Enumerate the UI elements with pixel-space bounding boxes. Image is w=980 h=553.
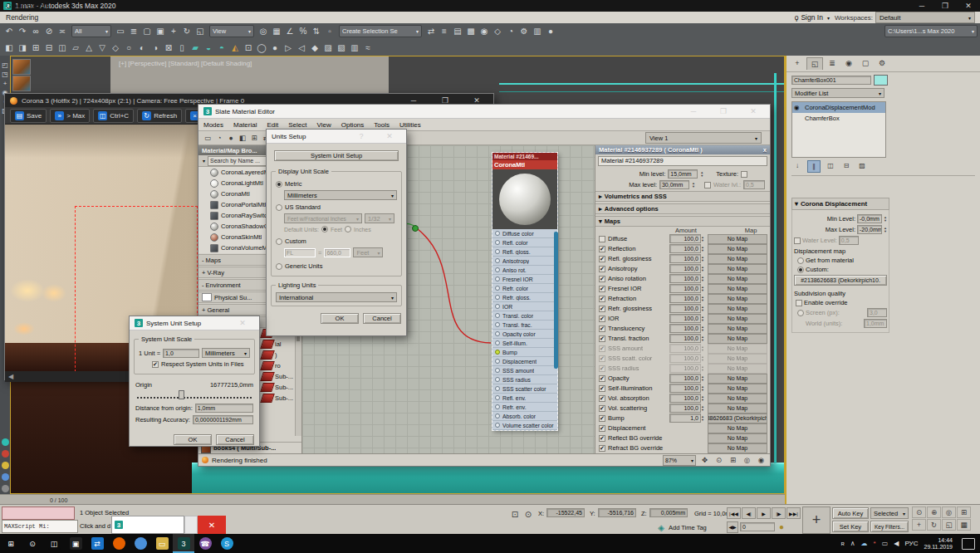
side-toolbar-button[interactable]: ◳ — [1, 70, 10, 79]
task-view-button[interactable]: ◫ — [43, 534, 65, 553]
tray-cloud-icon[interactable]: ☁ — [861, 540, 868, 547]
map-slot-button[interactable]: No Map — [708, 433, 767, 443]
create-new-key-button[interactable]: + — [802, 507, 831, 534]
side-tool-icon[interactable] — [2, 485, 9, 492]
view-tab-dropdown[interactable]: View 1▾ — [645, 132, 762, 144]
key-mode-toggle[interactable]: ◀▶ — [727, 521, 738, 533]
custom-map-button[interactable]: #2138626683 (Dekorkirpich10. — [794, 275, 887, 286]
node-input-slot[interactable]: Displacement — [492, 357, 557, 366]
slot-socket-icon[interactable] — [495, 404, 500, 409]
previous-frame-button[interactable]: ◀| — [742, 507, 756, 519]
close-button[interactable]: ✕ — [742, 107, 765, 115]
map-row[interactable]: ✔ Reflection 100,0 ▲▼ No Map — [595, 244, 770, 254]
slot-socket-icon[interactable] — [495, 276, 500, 281]
map-slot-button[interactable]: No Map — [708, 284, 767, 294]
node-input-slot[interactable]: Diffuse color — [492, 229, 557, 238]
slate-menu-item[interactable]: Edit — [262, 121, 283, 129]
selection-region-button[interactable]: ▢ — [140, 25, 154, 37]
orbit-button[interactable]: ↻ — [927, 519, 941, 531]
pan-button[interactable]: + — [912, 519, 926, 531]
object-name-field[interactable]: ChamferBox001 — [791, 76, 871, 85]
firefox-icon[interactable] — [108, 534, 130, 553]
zoom-region-icon[interactable]: ⊞ — [728, 455, 738, 465]
angle-snap-button[interactable]: ∠ — [283, 25, 296, 37]
toolbar-button[interactable]: ⊡ — [242, 42, 255, 54]
named-selection-sets-button[interactable]: ▫ — [323, 25, 336, 37]
create-tab[interactable]: + — [790, 57, 805, 69]
map-row[interactable]: ✔ SSS scatt. color 100,0 ▲▼ No Map — [595, 354, 770, 364]
map-slot-button[interactable]: No Map — [708, 294, 767, 304]
map-checkbox[interactable]: ✔ — [599, 385, 605, 392]
us-standard-radio[interactable] — [276, 204, 282, 211]
node-input-slot[interactable]: Self-illum. — [492, 339, 557, 348]
map-row[interactable]: ✔ Refl. glossiness 100,0 ▲▼ No Map — [595, 254, 770, 264]
side-tool-icon[interactable] — [2, 473, 9, 481]
render-production-button[interactable]: ● — [544, 25, 557, 37]
hidden-icons-chevron[interactable]: ∧ — [850, 540, 855, 547]
toolbar-button[interactable]: ▧ — [335, 42, 348, 54]
map-amount-field[interactable]: 100,0 — [669, 354, 701, 363]
schematic-view-button[interactable]: ◇ — [491, 25, 504, 37]
get-from-material-radio[interactable] — [797, 257, 804, 264]
min-level-field[interactable]: -0,0mm — [857, 214, 882, 223]
respect-units-checkbox[interactable]: ✔ — [152, 361, 159, 368]
toolbar-button[interactable]: ▥ — [348, 42, 361, 54]
slot-socket-icon[interactable] — [495, 331, 500, 336]
slot-socket-icon[interactable] — [495, 249, 500, 254]
slot-socket-icon[interactable] — [495, 359, 500, 364]
toolbar-button[interactable]: ◨ — [16, 42, 29, 54]
z-coordinate-field[interactable]: 0,005mm — [649, 508, 688, 517]
redo-button[interactable]: ↷ — [16, 25, 29, 37]
y-coordinate-field[interactable]: -5516,716 — [598, 508, 636, 517]
water-level-checkbox[interactable] — [704, 182, 711, 188]
map-slot-button[interactable]: No Map — [708, 404, 767, 414]
maxscript-listener-field[interactable]: MAXScript Mi: — [2, 520, 78, 533]
max-level-field[interactable]: 30,0mm — [659, 180, 689, 189]
viewport-config-button[interactable]: ▦ — [957, 519, 971, 531]
zoom-selected-icon[interactable]: ◉ — [756, 455, 767, 465]
slot-socket-icon[interactable] — [495, 386, 500, 391]
rollout-header[interactable]: ▾Corona Displacement — [791, 198, 889, 210]
minimize-button[interactable]: ─ — [910, 2, 933, 10]
toolbar-button[interactable]: ▰ — [189, 42, 202, 54]
zoom-all-button[interactable]: ⊕ — [927, 507, 941, 518]
slot-socket-icon[interactable] — [495, 258, 500, 263]
ok-button[interactable]: OK — [321, 313, 359, 324]
node-input-slot[interactable]: SSS scatter color — [492, 384, 557, 394]
search-button[interactable]: ⊙ — [22, 534, 43, 553]
toolbar-button[interactable]: ○ — [122, 42, 135, 54]
make-unique-button[interactable]: ◫ — [825, 160, 836, 171]
custom-name-field[interactable]: FL — [284, 248, 316, 257]
toolbar-button[interactable]: ⊠ — [162, 42, 175, 54]
water-level-checkbox[interactable] — [794, 237, 801, 244]
toolbar-button[interactable]: ▱ — [69, 42, 82, 54]
map-amount-field[interactable]: 1,0 — [669, 414, 701, 423]
system-unit-setup-button[interactable]: System Unit Setup — [274, 150, 399, 161]
go-to-end-button[interactable]: ▶▶| — [786, 507, 801, 519]
slot-socket-icon[interactable] — [495, 414, 500, 418]
fraction-dropdown[interactable]: 1/32▾ — [365, 213, 394, 223]
toolbar-button[interactable]: ⊟ — [42, 42, 56, 54]
map-amount-field[interactable]: 100,0 — [669, 274, 701, 283]
material-editor-button[interactable]: ◔ — [504, 25, 517, 37]
toolbar-button[interactable]: ▯ — [175, 42, 189, 54]
map-checkbox[interactable]: ✔ — [599, 425, 605, 432]
slot-socket-icon[interactable] — [495, 267, 500, 272]
node-input-slot[interactable]: Refr. gloss. — [492, 293, 557, 302]
map-amount-field[interactable]: 100,0 — [669, 404, 701, 413]
sign-in-button[interactable]: ϙSign In▾ — [790, 13, 835, 22]
side-tool-icon[interactable] — [2, 438, 9, 446]
toolbar-button[interactable]: ◓ — [215, 42, 228, 54]
tray-contact-icon[interactable]: ʀ — [840, 540, 844, 547]
map-checkbox[interactable]: ✔ — [599, 266, 605, 272]
material-name-field[interactable]: Material #2146937289 — [598, 156, 767, 166]
volumetrics-rollout[interactable]: ▸Volumetrics and SSS — [595, 191, 770, 202]
slot-socket-icon[interactable] — [495, 295, 500, 300]
node-input-slot[interactable]: Refl. env. — [492, 394, 557, 403]
screen-px-radio[interactable] — [797, 310, 804, 316]
slot-socket-icon[interactable] — [495, 304, 500, 309]
language-indicator[interactable]: РУС — [904, 540, 918, 547]
node-input-slot[interactable]: Transl. frac. — [492, 321, 557, 330]
toolbar-button[interactable]: ◫ — [56, 42, 69, 54]
node-input-slot[interactable]: Anisotropy — [492, 257, 557, 266]
